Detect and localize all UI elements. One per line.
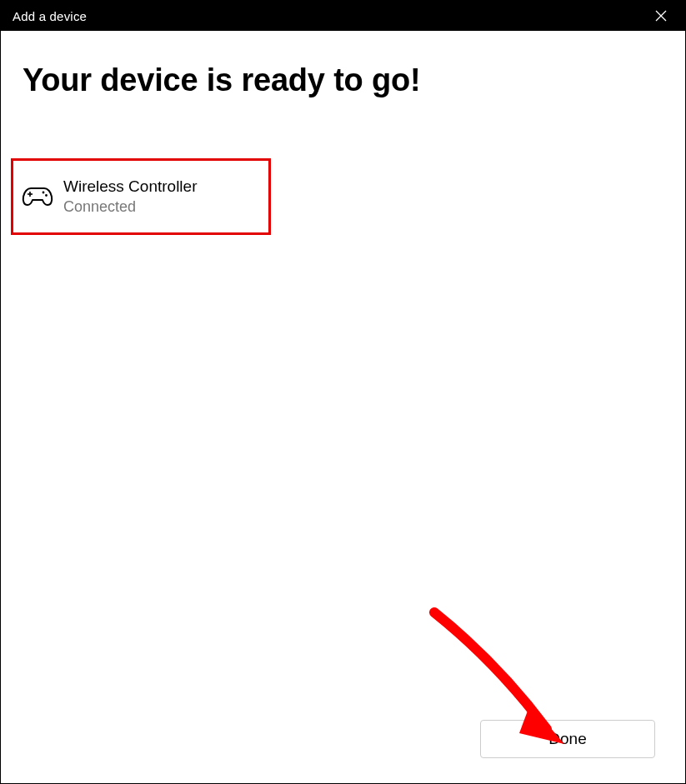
device-text: Wireless Controller Connected — [63, 177, 197, 217]
dialog-window: Add a device Your device is ready to go! — [0, 0, 686, 784]
titlebar: Add a device — [1, 1, 685, 31]
device-item-highlight: Wireless Controller Connected — [11, 158, 271, 235]
svg-point-5 — [45, 194, 48, 197]
window-title: Add a device — [13, 9, 87, 23]
controller-icon — [20, 179, 55, 214]
done-button[interactable]: Done — [480, 720, 655, 758]
page-title: Your device is ready to go! — [23, 62, 663, 98]
device-status: Connected — [63, 197, 197, 217]
close-icon — [655, 10, 667, 22]
dialog-content: Your device is ready to go! Wireless Con… — [1, 31, 685, 783]
device-name: Wireless Controller — [63, 177, 197, 197]
close-button[interactable] — [648, 3, 673, 28]
svg-point-4 — [43, 192, 45, 194]
